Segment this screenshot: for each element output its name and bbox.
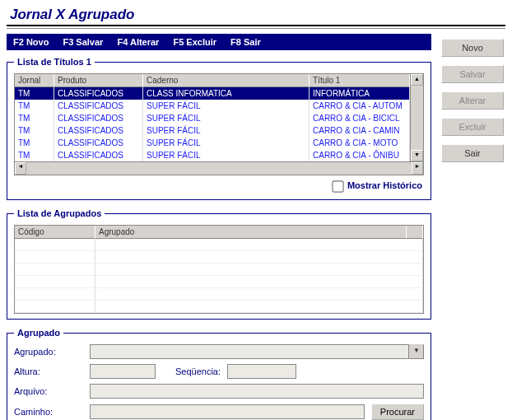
table-row[interactable] [15, 264, 423, 276]
table-row[interactable]: TMCLASSIFICADOSSUPER FÁCILCARRO & CIA - … [15, 112, 410, 124]
cell-jornal: TM [15, 87, 54, 100]
arquivo-input[interactable] [90, 384, 424, 399]
sequencia-input[interactable] [227, 364, 296, 379]
chevron-down-icon[interactable]: ▼ [409, 344, 424, 359]
table-row[interactable]: TMCLASSIFICADOSSUPER FÁCILCARRO & CIA - … [15, 149, 410, 161]
titulos-vscroll[interactable]: ▲ ▼ [410, 74, 423, 161]
scroll-right-icon[interactable]: ► [412, 162, 423, 175]
scroll-down-icon[interactable]: ▼ [411, 150, 423, 161]
mostrar-historico[interactable]: Mostrar Histórico [329, 180, 422, 190]
agrupados-fieldset: Lista de Agrupados Código Agrupado [7, 208, 431, 320]
titulos-fieldset: Lista de Títulos 1 Jornal Produto Cadern… [7, 57, 431, 200]
cell-caderno: SUPER FÁCIL [143, 124, 310, 137]
agrupado-combo[interactable]: ▼ [90, 344, 424, 359]
table-row[interactable] [15, 251, 423, 264]
cell-titulo: CARRO & CIA - ÔNIBU [310, 149, 410, 161]
label-agrupado: Agrupado: [14, 347, 90, 357]
scroll-up-icon[interactable]: ▲ [411, 74, 423, 86]
titulos-legend: Lista de Títulos 1 [14, 57, 95, 67]
table-row[interactable] [15, 239, 423, 251]
col-caderno[interactable]: Caderno [143, 74, 310, 87]
cell-titulo: CARRO & CIA - AUTOM [310, 100, 410, 112]
titulos-grid[interactable]: Jornal Produto Caderno Título 1 TMCLASSI… [14, 73, 424, 175]
menu-salvar[interactable]: F3 Salvar [63, 37, 103, 47]
divider-thick [7, 25, 505, 26]
col-titulo[interactable]: Título 1 [310, 74, 410, 87]
cell-caderno: SUPER FÁCIL [143, 112, 310, 124]
menu-sair[interactable]: F8 Sair [230, 37, 261, 47]
cell-titulo: CARRO & CIA - BICICL [310, 112, 410, 124]
cell-titulo: CARRO & CIA - MOTO [310, 137, 410, 149]
titulos-hscroll[interactable]: ◄ ► [15, 161, 423, 175]
cell-caderno: SUPER FÁCIL [143, 137, 310, 149]
salvar-button[interactable]: Salvar [441, 65, 504, 83]
page-title: Jornal X Agrupado [10, 7, 505, 23]
mostrar-historico-checkbox[interactable] [332, 180, 343, 192]
cell-jornal: TM [15, 124, 54, 137]
table-row[interactable]: TMCLASSIFICADOSCLASS INFORMATICAINFORMÁT… [15, 87, 410, 100]
cell-produto: CLASSIFICADOS [54, 112, 143, 124]
cell-produto: CLASSIFICADOS [54, 137, 143, 149]
col-produto[interactable]: Produto [54, 74, 143, 87]
menubar: F2 Novo F3 Salvar F4 Alterar F5 Excluir … [7, 34, 431, 50]
table-row[interactable]: TMCLASSIFICADOSSUPER FÁCILCARRO & CIA - … [15, 137, 410, 149]
cell-caderno: CLASS INFORMATICA [143, 87, 310, 100]
cell-titulo: CARRO & CIA - CAMIN [310, 124, 410, 137]
cell-caderno: SUPER FÁCIL [143, 149, 310, 161]
excluir-button[interactable]: Excluir [441, 118, 504, 136]
menu-excluir[interactable]: F5 Excluir [173, 37, 216, 47]
menu-alterar[interactable]: F4 Alterar [117, 37, 159, 47]
table-row[interactable] [15, 276, 423, 288]
cell-caderno: SUPER FÁCIL [143, 100, 310, 112]
agrupados-legend: Lista de Agrupados [14, 208, 105, 218]
col-jornal[interactable]: Jornal [15, 74, 54, 87]
label-sequencia: Seqüencia: [175, 366, 221, 376]
cell-titulo: INFORMÁTICA [310, 87, 410, 100]
sair-button[interactable]: Sair [441, 144, 504, 162]
agrupados-grid[interactable]: Código Agrupado [14, 225, 424, 314]
menu-novo[interactable]: F2 Novo [13, 37, 49, 47]
col-codigo[interactable]: Código [15, 226, 95, 239]
table-row[interactable] [15, 301, 423, 313]
label-altura: Altura: [14, 366, 90, 376]
label-arquivo: Arquivo: [14, 386, 90, 396]
cell-jornal: TM [15, 137, 54, 149]
agrupados-body [15, 239, 423, 313]
cell-jornal: TM [15, 112, 54, 124]
cell-produto: CLASSIFICADOS [54, 100, 143, 112]
table-row[interactable]: TMCLASSIFICADOSSUPER FÁCILCARRO & CIA - … [15, 100, 410, 112]
agrupado-legend: Agrupado [14, 328, 63, 338]
col-spacer [407, 226, 423, 239]
scroll-left-icon[interactable]: ◄ [15, 162, 26, 175]
table-row[interactable]: TMCLASSIFICADOSSUPER FÁCILCARRO & CIA - … [15, 124, 410, 137]
mostrar-historico-label: Mostrar Histórico [347, 180, 422, 190]
novo-button[interactable]: Novo [441, 39, 504, 57]
cell-produto: CLASSIFICADOS [54, 149, 143, 161]
cell-produto: CLASSIFICADOS [54, 87, 143, 100]
cell-produto: CLASSIFICADOS [54, 124, 143, 137]
divider-thin [7, 28, 505, 29]
cell-jornal: TM [15, 149, 54, 161]
cell-jornal: TM [15, 100, 54, 112]
agrupado-input[interactable] [90, 344, 409, 359]
altura-input[interactable] [90, 364, 156, 379]
caminho-input[interactable] [90, 404, 365, 419]
table-row[interactable] [15, 288, 423, 301]
label-caminho: Caminho: [14, 407, 90, 417]
side-buttons: Novo Salvar Alterar Excluir Sair [441, 34, 505, 420]
procurar-button[interactable]: Procurar [371, 404, 424, 420]
agrupado-form: Agrupado Agrupado: ▼ Altura: Seqüencia: … [7, 328, 431, 420]
col-agrupado[interactable]: Agrupado [95, 226, 407, 239]
alterar-button[interactable]: Alterar [441, 91, 504, 110]
